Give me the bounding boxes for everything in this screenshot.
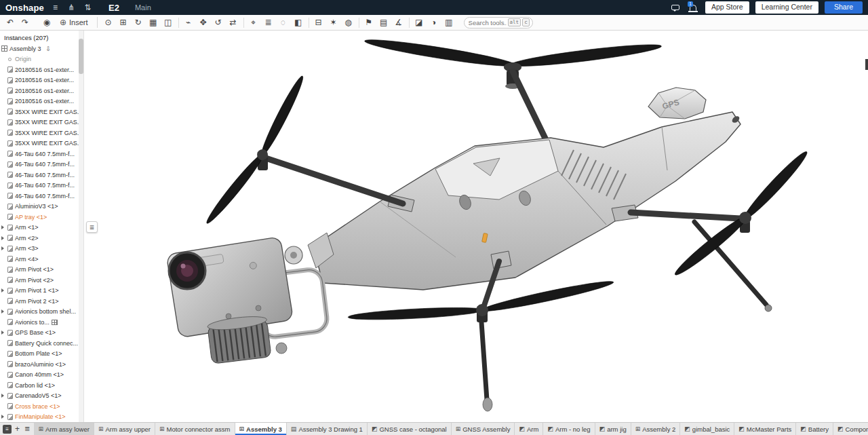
share-button[interactable]: Share [825,1,863,14]
instance-row[interactable]: 46-Tau 640 7.5mm-f... [0,181,79,191]
tab-list-button[interactable]: ≣ [23,425,31,432]
instance-row[interactable]: brazoAluminio <1> [0,359,79,370]
propeller-top[interactable] [363,36,662,89]
instance-row[interactable]: Avionics to... [0,317,79,328]
bom-icon[interactable]: ▤ [377,16,391,29]
instance-row[interactable]: AluminioV3 <1> [0,202,79,212]
instance-row[interactable]: Arm Pivot 2 <1> [0,296,79,307]
measure-icon[interactable]: ∡ [392,16,406,29]
instance-row[interactable]: 46-Tau 640 7.5mm-f... [0,170,79,181]
insert-button[interactable]: ⊕ Insert [55,16,93,29]
group-icon[interactable]: ▦ [146,16,160,29]
linear-pattern-icon[interactable]: ≣ [262,16,275,29]
document-tab[interactable]: ◩ Arm [515,423,543,435]
instance-row[interactable]: Arm <1> [0,223,79,233]
snapshot-icon[interactable]: ◍ [342,16,355,29]
comments-icon[interactable] [670,0,682,15]
center-icon[interactable]: ⌖ [247,16,260,29]
chevron-right-icon[interactable] [1,415,5,419]
app-store-button[interactable]: App Store [705,1,749,14]
redo-button[interactable]: ↷ [18,16,32,29]
instance-row[interactable]: AP tray <1> [0,212,79,223]
document-tab[interactable]: ⊞ Assembly 2 [631,423,681,435]
document-tab[interactable]: ⊞ Arm assy lower [34,423,94,435]
chevron-right-icon[interactable] [1,394,5,398]
chevron-right-icon[interactable] [1,288,5,292]
mate-connector-icon[interactable]: ⊙ [102,16,115,29]
align-icon[interactable]: ⇄ [226,16,240,29]
instance-row[interactable]: Canon 40mm <1> [0,370,79,381]
instance-row[interactable]: 35XX WIRE EXIT GAS... [0,138,79,149]
document-tab[interactable]: ⊞ GNSS Assembly [452,423,515,435]
move-part-icon[interactable]: ✥ [197,16,210,29]
instance-row[interactable]: Cross brace <1> [0,401,79,412]
instance-row[interactable]: 46-Tau 640 7.5mm-f... [0,159,79,170]
instance-row[interactable]: 35XX WIRE EXIT GAS... [0,128,79,138]
document-tab[interactable]: ⊞ Assembly 3 [235,423,287,435]
arm-left[interactable] [266,158,403,204]
viewport-scrollbar-thumb[interactable] [865,59,868,70]
instance-row[interactable]: Arm Pivot <2> [0,275,79,286]
appearance-icon[interactable]: ◑ [427,16,441,29]
instance-row[interactable]: 46-Tau 640 7.5mm-f... [0,191,79,202]
panel-toggle-button[interactable]: ≣ [86,221,98,233]
propeller-left[interactable] [202,66,307,235]
undo-button[interactable]: ↶ [3,16,17,29]
instance-row[interactable]: Arm <2> [0,233,79,244]
document-tab[interactable]: ◩ Arm - no leg [543,423,595,435]
mirror-icon[interactable]: ◧ [292,16,305,29]
replicate-icon[interactable]: ◫ [161,16,175,29]
document-tab[interactable]: ◩ arm jig [595,423,631,435]
instance-row[interactable]: Origin [0,54,79,65]
drone-3d-model[interactable]: GPS [84,31,868,422]
instance-row[interactable]: Arm Pivot 1 <1> [0,286,79,297]
assembly-root-row[interactable]: Assembly 3 ⇩ [0,43,79,54]
chevron-right-icon[interactable] [1,330,5,335]
instance-row[interactable]: 20180516 os1-exter... [0,86,79,96]
display-options-icon[interactable]: ▥ [442,16,456,29]
explode-icon[interactable]: ✶ [327,16,340,29]
instance-row[interactable]: 46-Tau 640 7.5mm-f... [0,149,79,159]
instance-row[interactable]: 20180516 os1-exter... [0,64,79,75]
document-tab[interactable]: ◩ McMaster Parts [734,423,796,435]
camera-gimbal[interactable] [166,233,334,364]
tab-manager-button[interactable]: ≡ [3,425,12,434]
instance-row[interactable]: CarenadoV5 <1> [0,391,79,402]
document-tab[interactable]: ⊞ Motor connector assm [155,423,235,435]
chevron-right-icon[interactable] [1,246,5,250]
chevron-right-icon[interactable] [1,309,5,314]
instance-row[interactable]: Avionics bottom shel... [0,307,79,318]
onshape-logo[interactable]: Onshape [5,3,44,13]
sidebar-scrollbar-thumb[interactable] [79,39,83,74]
instance-row[interactable]: Arm <4> [0,254,79,265]
document-tab[interactable]: ◩ GNSS case - octagonal [368,423,452,435]
instance-row[interactable]: 20180516 os1-exter... [0,75,79,86]
instance-row[interactable]: Arm <3> [0,244,79,254]
add-tab-button[interactable]: + [14,425,21,433]
chevron-right-icon[interactable] [1,236,5,240]
instance-row[interactable]: GPS Base <1> [0,328,79,339]
learning-center-button[interactable]: Learning Center [755,1,818,14]
document-tab[interactable]: ◩ Battery [796,423,833,435]
fastened-mate-icon[interactable]: ⊞ [117,16,130,29]
record-button[interactable]: ◉ [40,16,54,29]
instance-row[interactable]: Carbon lid <1> [0,380,79,391]
rotate-part-icon[interactable]: ↺ [212,16,225,29]
instance-row[interactable]: 35XX WIRE EXIT GAS... [0,107,79,117]
document-tab[interactable]: ◩ gimbal_basic [680,423,734,435]
instance-row[interactable]: Battery Quick connec... [0,338,79,349]
sidebar-scrollbar-track[interactable] [79,31,83,422]
history-icon[interactable]: ⇅ [83,3,93,12]
workspace-name[interactable]: Main [135,3,151,12]
document-title[interactable]: E2 [108,3,119,13]
versions-icon[interactable]: ⋔ [66,3,77,12]
folder-icon[interactable]: ⊟ [312,16,326,29]
named-positions-icon[interactable]: ⚑ [362,16,376,29]
arm-right[interactable] [631,212,741,219]
circular-pattern-icon[interactable]: ◌ [277,16,290,29]
instance-row[interactable]: 35XX WIRE EXIT GAS... [0,117,79,128]
instance-row[interactable]: 20180516 os1-exter... [0,96,79,107]
section-view-icon[interactable]: ◪ [412,16,426,29]
snap-mode-icon[interactable]: ⌁ [182,16,195,29]
instance-row[interactable]: FinManipulate <1> [0,412,79,423]
